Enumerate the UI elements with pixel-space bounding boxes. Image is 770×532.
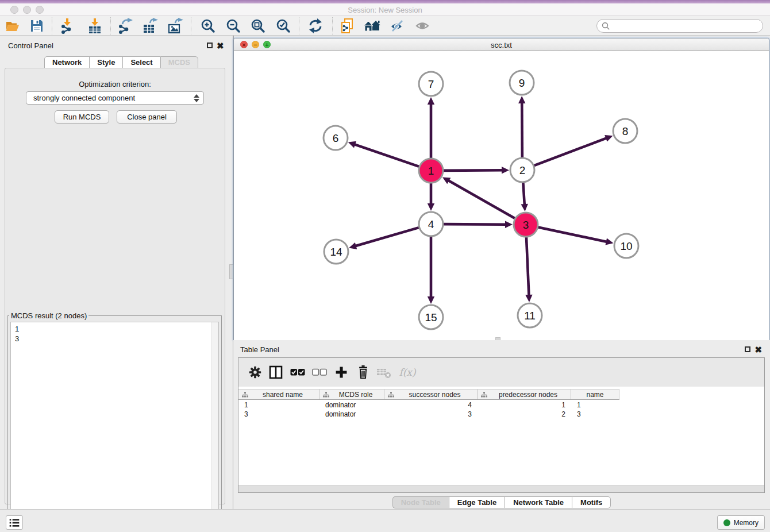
- graph-edge[interactable]: [428, 97, 434, 158]
- table-body: 1dominator4113dominator323: [238, 400, 619, 419]
- graph-edge[interactable]: [428, 183, 434, 211]
- graph-edge[interactable]: [525, 237, 532, 302]
- graph-edge[interactable]: [534, 135, 613, 165]
- graph-node-7[interactable]: 7: [419, 72, 443, 96]
- open-session-icon[interactable]: [2, 18, 23, 34]
- control-panel-tabs: NetworkStyleSelectMCDS: [44, 56, 198, 68]
- export-network-icon[interactable]: [115, 18, 136, 34]
- close-table-panel-icon[interactable]: ✖: [754, 346, 762, 353]
- graph-edge[interactable]: [428, 237, 434, 304]
- svg-text:10: 10: [620, 240, 632, 252]
- search-input[interactable]: [613, 22, 757, 30]
- run-mcds-button[interactable]: Run MCDS: [55, 110, 109, 124]
- svg-text:15: 15: [425, 311, 437, 323]
- table-row[interactable]: 3dominator323: [238, 410, 619, 419]
- table-cell[interactable]: 4: [384, 400, 478, 410]
- show-columns-icon[interactable]: [267, 364, 284, 380]
- table-row[interactable]: 1dominator411: [238, 400, 619, 410]
- import-table-icon[interactable]: [84, 18, 105, 34]
- close-panel-icon[interactable]: ✖: [217, 43, 224, 49]
- save-session-icon[interactable]: [26, 18, 47, 34]
- duplicate-network-icon[interactable]: [337, 18, 358, 34]
- network-canvas-svg[interactable]: 7968124314101511: [234, 51, 769, 340]
- table-cell[interactable]: 1: [238, 400, 319, 410]
- table-settings-icon[interactable]: [247, 364, 264, 380]
- memory-button[interactable]: Memory: [717, 515, 765, 530]
- graph-node-9[interactable]: 9: [510, 71, 534, 95]
- table-cell[interactable]: 3: [571, 410, 619, 419]
- network-view-window: × − + scc.txt 7968124314101511: [233, 38, 769, 340]
- zoom-selected-icon[interactable]: [273, 18, 294, 34]
- graph-node-8[interactable]: 8: [613, 119, 637, 143]
- window-title: Session: New Session: [0, 6, 770, 14]
- graph-edge[interactable]: [518, 96, 525, 157]
- table-cell[interactable]: 1: [478, 400, 571, 410]
- column-header-MCDS-role[interactable]: MCDS role: [319, 390, 384, 399]
- graph-node-15[interactable]: 15: [419, 305, 443, 329]
- graph-node-3[interactable]: 3: [514, 213, 538, 237]
- graph-node-1[interactable]: 1: [419, 159, 443, 183]
- graph-edge[interactable]: [348, 141, 419, 167]
- tab-select[interactable]: Select: [122, 56, 160, 68]
- mcds-result-textarea[interactable]: 1 3: [10, 322, 219, 526]
- optimization-criterion-select[interactable]: strongly connected component: [26, 91, 204, 105]
- column-header-shared-name[interactable]: shared name: [238, 390, 319, 399]
- svg-text:2: 2: [519, 164, 526, 176]
- select-stepper-icon: [194, 94, 199, 103]
- table-cell[interactable]: dominator: [319, 400, 384, 410]
- tab-edge-table[interactable]: Edge Table: [449, 496, 505, 508]
- svg-text:14: 14: [330, 246, 342, 258]
- export-image-icon[interactable]: [165, 18, 186, 34]
- selected-option-label: strongly connected component: [33, 94, 135, 102]
- table-cell[interactable]: 3: [238, 410, 319, 419]
- show-all-icon[interactable]: [413, 18, 433, 34]
- network-window-titlebar[interactable]: × − + scc.txt: [234, 38, 769, 51]
- graph-edge[interactable]: [521, 183, 528, 211]
- table-cell[interactable]: 2: [478, 410, 571, 419]
- graph-node-11[interactable]: 11: [518, 303, 542, 327]
- graph-node-4[interactable]: 4: [419, 212, 443, 236]
- graph-node-10[interactable]: 10: [614, 234, 638, 258]
- zoom-fit-icon[interactable]: [248, 18, 268, 34]
- close-panel-button[interactable]: Close panel: [117, 110, 177, 124]
- select-all-icon[interactable]: [289, 364, 306, 380]
- tab-mcds[interactable]: MCDS: [160, 56, 198, 68]
- import-network-icon[interactable]: [57, 18, 78, 34]
- table-cell[interactable]: 1: [571, 400, 619, 410]
- float-panel-icon[interactable]: [207, 43, 213, 48]
- column-header-successor-nodes[interactable]: successor nodes: [384, 390, 478, 399]
- export-table-icon[interactable]: [140, 18, 160, 34]
- float-table-panel-icon[interactable]: [745, 346, 750, 352]
- search-field[interactable]: [596, 19, 763, 33]
- graph-edge[interactable]: [442, 177, 515, 218]
- refresh-icon[interactable]: [305, 18, 326, 34]
- column-header-predecessor-nodes[interactable]: predecessor nodes: [478, 390, 571, 399]
- zoom-out-icon[interactable]: [223, 18, 244, 34]
- graph-edge[interactable]: [349, 228, 419, 249]
- tab-network[interactable]: Network: [44, 56, 89, 68]
- main-toolbar: [0, 16, 770, 36]
- zoom-in-icon[interactable]: [198, 18, 218, 34]
- first-neighbors-icon[interactable]: [362, 18, 383, 34]
- add-column-icon[interactable]: [333, 364, 350, 380]
- memory-label: Memory: [734, 519, 759, 527]
- graph-node-6[interactable]: 6: [324, 126, 348, 150]
- tab-network-table[interactable]: Network Table: [505, 496, 572, 508]
- tab-motifs[interactable]: Motifs: [572, 496, 611, 508]
- tab-node-table[interactable]: Node Table: [392, 496, 449, 508]
- tab-style[interactable]: Style: [89, 56, 122, 68]
- deselect-all-icon[interactable]: [311, 364, 328, 380]
- graph-edge[interactable]: [444, 167, 509, 174]
- task-history-button[interactable]: [6, 515, 23, 530]
- graph-node-14[interactable]: 14: [324, 240, 348, 264]
- table-cell[interactable]: dominator: [319, 410, 384, 419]
- hide-selected-icon[interactable]: [387, 18, 408, 34]
- table-cell[interactable]: 3: [384, 410, 478, 419]
- graph-node-2[interactable]: 2: [510, 158, 534, 182]
- mcds-result-group: MCDS result (2 nodes) 1 3: [7, 311, 222, 529]
- result-scrollbar[interactable]: [211, 322, 218, 525]
- graph-edge[interactable]: [538, 228, 614, 245]
- graph-edge[interactable]: [444, 221, 513, 228]
- delete-columns-icon[interactable]: [355, 364, 372, 380]
- column-header-name[interactable]: name: [571, 390, 619, 399]
